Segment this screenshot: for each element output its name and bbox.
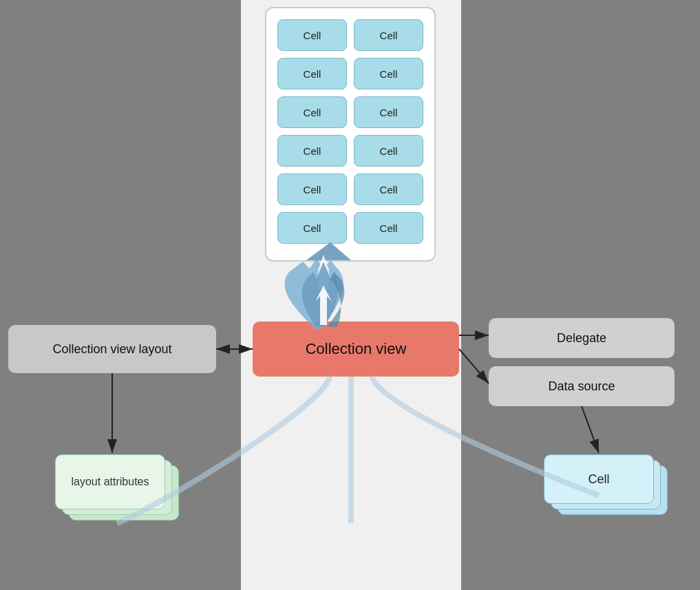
collection-view-layout-box: Collection view layout (8, 325, 216, 373)
cell-item: Cell (277, 19, 347, 51)
cell-item: Cell (354, 19, 423, 51)
layout-attributes-label: layout attributes (72, 476, 149, 488)
cell-item: Cell (277, 212, 347, 244)
cell-label: Cell (588, 472, 609, 487)
layout-attributes-stack: layout attributes (55, 454, 179, 537)
data-source-label: Data source (548, 379, 615, 394)
cell-item: Cell (277, 173, 347, 205)
cell-item: Cell (277, 96, 347, 128)
cell-item: Cell (354, 173, 423, 205)
cell-stack: Cell (544, 454, 668, 530)
cell-item: Cell (354, 58, 423, 89)
collection-view-display: Cell Cell Cell Cell Cell Cell Cell Cell … (265, 7, 436, 262)
cell-item: Cell (277, 58, 347, 89)
collection-view-layout-label: Collection view layout (52, 342, 171, 357)
center-bottom-white (241, 375, 461, 590)
collection-view-box: Collection view (253, 322, 459, 377)
svg-line-10 (582, 406, 599, 453)
cell-item: Cell (277, 135, 347, 167)
cell-card-front: Cell (544, 454, 654, 504)
cell-item: Cell (354, 135, 423, 167)
data-source-box: Data source (489, 366, 675, 406)
layout-attr-card-front: layout attributes (55, 454, 165, 509)
delegate-label: Delegate (557, 331, 606, 346)
cell-item: Cell (354, 96, 423, 128)
cell-item: Cell (354, 212, 423, 244)
delegate-box: Delegate (489, 318, 675, 358)
collection-view-label: Collection view (306, 340, 407, 358)
svg-line-8 (459, 349, 489, 383)
